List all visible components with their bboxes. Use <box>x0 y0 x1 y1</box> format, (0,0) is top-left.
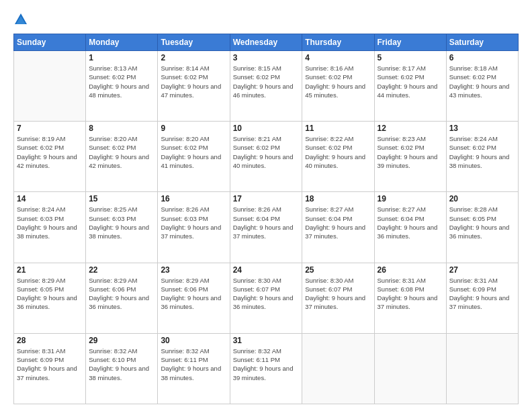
day-info: Sunrise: 8:20 AMSunset: 6:02 PMDaylight:… <box>161 134 226 170</box>
day-number: 20 <box>449 194 515 203</box>
column-header-wednesday: Wednesday <box>230 34 302 51</box>
day-number: 9 <box>161 124 226 133</box>
day-number: 7 <box>17 124 83 133</box>
calendar-cell: 7Sunrise: 8:19 AMSunset: 6:02 PMDaylight… <box>14 122 86 192</box>
calendar-cell: 21Sunrise: 8:29 AMSunset: 6:05 PMDayligh… <box>14 263 86 333</box>
calendar-cell: 8Sunrise: 8:20 AMSunset: 6:02 PMDaylight… <box>86 122 158 192</box>
day-number: 22 <box>89 265 154 275</box>
day-number: 23 <box>161 265 226 275</box>
calendar-cell: 13Sunrise: 8:24 AMSunset: 6:02 PMDayligh… <box>446 122 518 192</box>
day-info: Sunrise: 8:24 AMSunset: 6:03 PMDaylight:… <box>17 205 83 240</box>
day-number: 12 <box>378 124 443 133</box>
day-number: 30 <box>161 336 226 345</box>
day-info: Sunrise: 8:27 AMSunset: 6:04 PMDaylight:… <box>378 205 443 240</box>
calendar-cell <box>374 333 446 404</box>
calendar-cell: 19Sunrise: 8:27 AMSunset: 6:04 PMDayligh… <box>374 192 446 263</box>
day-info: Sunrise: 8:29 AMSunset: 6:05 PMDaylight:… <box>17 276 83 312</box>
calendar-cell: 2Sunrise: 8:14 AMSunset: 6:02 PMDaylight… <box>158 51 230 122</box>
day-info: Sunrise: 8:24 AMSunset: 6:02 PMDaylight:… <box>449 134 515 170</box>
calendar-cell: 10Sunrise: 8:21 AMSunset: 6:02 PMDayligh… <box>230 122 302 192</box>
day-info: Sunrise: 8:32 AMSunset: 6:11 PMDaylight:… <box>233 347 300 382</box>
day-info: Sunrise: 8:25 AMSunset: 6:03 PMDaylight:… <box>89 205 154 240</box>
calendar-cell: 16Sunrise: 8:26 AMSunset: 6:03 PMDayligh… <box>158 192 230 263</box>
calendar-cell: 23Sunrise: 8:29 AMSunset: 6:06 PMDayligh… <box>158 263 230 333</box>
page: SundayMondayTuesdayWednesdayThursdayFrid… <box>0 0 532 411</box>
calendar-cell: 27Sunrise: 8:31 AMSunset: 6:09 PMDayligh… <box>446 263 518 333</box>
column-header-tuesday: Tuesday <box>158 34 230 51</box>
calendar-cell: 22Sunrise: 8:29 AMSunset: 6:06 PMDayligh… <box>86 263 158 333</box>
calendar-week-4: 21Sunrise: 8:29 AMSunset: 6:05 PMDayligh… <box>14 263 519 333</box>
day-number: 26 <box>378 265 443 275</box>
header <box>13 12 519 27</box>
day-info: Sunrise: 8:32 AMSunset: 6:10 PMDaylight:… <box>89 347 154 382</box>
calendar-cell: 12Sunrise: 8:23 AMSunset: 6:02 PMDayligh… <box>374 122 446 192</box>
day-info: Sunrise: 8:26 AMSunset: 6:04 PMDaylight:… <box>233 205 300 240</box>
column-header-thursday: Thursday <box>302 34 374 51</box>
calendar-cell: 28Sunrise: 8:31 AMSunset: 6:09 PMDayligh… <box>14 333 86 404</box>
calendar-cell: 1Sunrise: 8:13 AMSunset: 6:02 PMDaylight… <box>86 51 158 122</box>
day-number: 5 <box>378 53 443 62</box>
day-number: 1 <box>89 53 154 62</box>
calendar-cell: 24Sunrise: 8:30 AMSunset: 6:07 PMDayligh… <box>230 263 302 333</box>
day-number: 10 <box>233 124 300 133</box>
calendar-cell <box>302 333 374 404</box>
day-info: Sunrise: 8:31 AMSunset: 6:08 PMDaylight:… <box>378 276 443 312</box>
day-number: 6 <box>449 53 515 62</box>
calendar-cell: 20Sunrise: 8:28 AMSunset: 6:05 PMDayligh… <box>446 192 518 263</box>
column-header-sunday: Sunday <box>14 34 86 51</box>
column-header-saturday: Saturday <box>446 34 518 51</box>
calendar-table: SundayMondayTuesdayWednesdayThursdayFrid… <box>13 34 519 404</box>
calendar-cell: 17Sunrise: 8:26 AMSunset: 6:04 PMDayligh… <box>230 192 302 263</box>
calendar-cell: 25Sunrise: 8:30 AMSunset: 6:07 PMDayligh… <box>302 263 374 333</box>
calendar-week-5: 28Sunrise: 8:31 AMSunset: 6:09 PMDayligh… <box>14 333 519 404</box>
calendar-cell: 3Sunrise: 8:15 AMSunset: 6:02 PMDaylight… <box>230 51 302 122</box>
day-number: 3 <box>233 53 300 62</box>
calendar-cell: 6Sunrise: 8:18 AMSunset: 6:02 PMDaylight… <box>446 51 518 122</box>
day-number: 13 <box>449 124 515 133</box>
calendar-cell: 14Sunrise: 8:24 AMSunset: 6:03 PMDayligh… <box>14 192 86 263</box>
day-info: Sunrise: 8:26 AMSunset: 6:03 PMDaylight:… <box>161 205 226 240</box>
day-info: Sunrise: 8:31 AMSunset: 6:09 PMDaylight:… <box>17 347 83 382</box>
day-number: 2 <box>161 53 226 62</box>
day-number: 31 <box>233 336 300 345</box>
day-number: 8 <box>89 124 154 133</box>
calendar-cell: 5Sunrise: 8:17 AMSunset: 6:02 PMDaylight… <box>374 51 446 122</box>
day-info: Sunrise: 8:18 AMSunset: 6:02 PMDaylight:… <box>449 64 515 99</box>
logo <box>13 12 31 27</box>
day-number: 17 <box>233 194 300 203</box>
day-info: Sunrise: 8:16 AMSunset: 6:02 PMDaylight:… <box>305 64 371 99</box>
day-number: 15 <box>89 194 154 203</box>
day-number: 29 <box>89 336 154 345</box>
column-header-friday: Friday <box>374 34 446 51</box>
calendar-cell: 18Sunrise: 8:27 AMSunset: 6:04 PMDayligh… <box>302 192 374 263</box>
day-info: Sunrise: 8:23 AMSunset: 6:02 PMDaylight:… <box>378 134 443 170</box>
day-info: Sunrise: 8:15 AMSunset: 6:02 PMDaylight:… <box>233 64 300 99</box>
day-info: Sunrise: 8:31 AMSunset: 6:09 PMDaylight:… <box>449 276 515 312</box>
calendar-cell: 31Sunrise: 8:32 AMSunset: 6:11 PMDayligh… <box>230 333 302 404</box>
day-number: 28 <box>17 336 83 345</box>
day-info: Sunrise: 8:32 AMSunset: 6:11 PMDaylight:… <box>161 347 226 382</box>
calendar-week-2: 7Sunrise: 8:19 AMSunset: 6:02 PMDaylight… <box>14 122 519 192</box>
day-number: 25 <box>305 265 371 275</box>
day-info: Sunrise: 8:29 AMSunset: 6:06 PMDaylight:… <box>161 276 226 312</box>
day-number: 14 <box>17 194 83 203</box>
calendar-cell: 26Sunrise: 8:31 AMSunset: 6:08 PMDayligh… <box>374 263 446 333</box>
day-info: Sunrise: 8:20 AMSunset: 6:02 PMDaylight:… <box>89 134 154 170</box>
day-info: Sunrise: 8:29 AMSunset: 6:06 PMDaylight:… <box>89 276 154 312</box>
day-info: Sunrise: 8:13 AMSunset: 6:02 PMDaylight:… <box>89 64 154 99</box>
calendar-cell <box>446 333 518 404</box>
day-info: Sunrise: 8:30 AMSunset: 6:07 PMDaylight:… <box>233 276 300 312</box>
day-number: 19 <box>378 194 443 203</box>
calendar-header-row: SundayMondayTuesdayWednesdayThursdayFrid… <box>14 34 519 51</box>
calendar-cell: 11Sunrise: 8:22 AMSunset: 6:02 PMDayligh… <box>302 122 374 192</box>
calendar-cell: 29Sunrise: 8:32 AMSunset: 6:10 PMDayligh… <box>86 333 158 404</box>
day-number: 24 <box>233 265 300 275</box>
day-number: 27 <box>449 265 515 275</box>
day-info: Sunrise: 8:14 AMSunset: 6:02 PMDaylight:… <box>161 64 226 99</box>
calendar-week-1: 1Sunrise: 8:13 AMSunset: 6:02 PMDaylight… <box>14 51 519 122</box>
calendar-week-3: 14Sunrise: 8:24 AMSunset: 6:03 PMDayligh… <box>14 192 519 263</box>
calendar-cell: 4Sunrise: 8:16 AMSunset: 6:02 PMDaylight… <box>302 51 374 122</box>
logo-icon <box>13 12 28 27</box>
calendar-cell: 9Sunrise: 8:20 AMSunset: 6:02 PMDaylight… <box>158 122 230 192</box>
day-number: 18 <box>305 194 371 203</box>
